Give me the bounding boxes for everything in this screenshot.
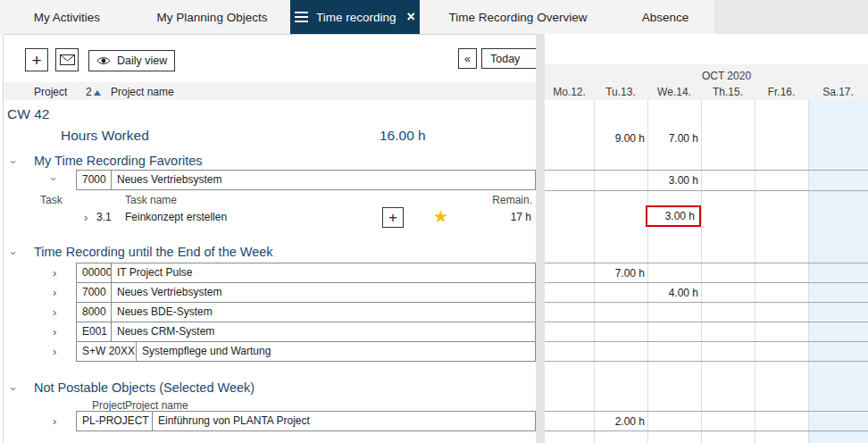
remain-column-header: Remain. <box>447 194 532 206</box>
not-postable-section-title: Not Postable Objects (Selected Week) <box>34 380 255 395</box>
today-label: Today <box>490 53 520 65</box>
tab-label: Time recording <box>316 11 396 24</box>
project-id-cell[interactable]: 7000 <box>76 170 112 190</box>
plus-icon: + <box>31 52 41 69</box>
collapse-week-recording-icon[interactable]: › <box>8 251 20 255</box>
hours-worked-label: Hours Worked <box>61 128 149 144</box>
eye-icon <box>96 55 111 66</box>
tab-label: Absence <box>642 11 689 24</box>
panel-splitter[interactable] <box>536 34 545 443</box>
day-header-mo12: Mo.12. <box>545 86 594 98</box>
column-divider <box>755 100 755 443</box>
previous-icon: « <box>464 53 471 65</box>
row-divider <box>545 170 868 171</box>
collapse-favorites-icon[interactable]: › <box>8 160 20 163</box>
pl-project-hours-tu13[interactable]: 2.00 h <box>594 412 645 431</box>
expand-row-icon[interactable]: › <box>53 415 56 427</box>
task-column-header: Task <box>40 194 63 206</box>
favorites-section-title: My Time Recording Favorites <box>34 154 203 168</box>
tab-bar: My Activities My Planning Objects Time r… <box>0 0 868 34</box>
project-name-cell[interactable]: Systempflege und Wartung <box>136 341 536 362</box>
panel-top-border <box>3 34 536 35</box>
sort-indicator[interactable]: 2 <box>86 86 101 98</box>
task-id: 3.1 <box>96 211 112 223</box>
week-recording-section-title: Time Recording until the End of the Week <box>34 245 273 259</box>
menu-icon[interactable] <box>295 12 308 23</box>
add-button[interactable]: + <box>25 48 48 71</box>
tab-time-recording[interactable]: Time recording × <box>290 0 420 34</box>
month-label: OCT 2020 <box>585 70 868 82</box>
hours-worked-we14: 7.00 h <box>647 129 698 148</box>
close-icon[interactable]: × <box>407 10 415 24</box>
tab-my-activities[interactable]: My Activities <box>0 0 134 34</box>
time-recording-window: My Activities My Planning Objects Time r… <box>0 0 868 443</box>
project-name-cell[interactable]: Neues BDE-System <box>111 302 536 322</box>
day-header-sa17: Sa.17. <box>808 86 868 98</box>
remaining-effort: 17 h <box>447 211 531 223</box>
task-name-column-header: Task name <box>125 194 177 206</box>
sort-asc-icon <box>94 90 101 96</box>
collapse-not-postable-icon[interactable]: › <box>8 387 20 390</box>
project-id-cell[interactable]: 7000 <box>76 282 112 303</box>
project-column-header: Project <box>92 399 125 412</box>
project-id-cell[interactable]: 000004 <box>76 263 112 283</box>
expand-task-icon[interactable]: › <box>84 212 88 223</box>
project-id-cell[interactable]: S+W 20XX <box>76 341 137 362</box>
tab-my-planning-objects[interactable]: My Planning Objects <box>134 0 290 34</box>
project-7000-hours-we14[interactable]: 3.00 h <box>647 171 698 190</box>
daily-view-button[interactable]: Daily view <box>88 50 175 71</box>
day-header-we14: We.14. <box>647 86 701 98</box>
hours-worked-total: 16.00 h <box>380 128 426 144</box>
expand-row-icon[interactable]: › <box>53 326 56 338</box>
row-divider <box>545 341 868 342</box>
project-name-cell[interactable]: Einführung von PLANTA Project <box>152 411 536 431</box>
expand-row-icon[interactable]: › <box>53 306 56 318</box>
previous-week-button[interactable]: « <box>458 48 477 69</box>
row-divider <box>545 190 868 191</box>
column-divider <box>647 100 648 443</box>
tab-label: My Activities <box>34 11 100 24</box>
calendar-pane: OCT 2020 Mo.12. Tu.13. We.14. Th.15. Fr.… <box>545 34 868 443</box>
add-booking-button[interactable]: + <box>382 207 404 228</box>
task-name: Feinkonzept erstellen <box>125 211 227 223</box>
row-divider <box>545 302 868 303</box>
project-id-cell[interactable]: E001 <box>76 322 112 342</box>
collapse-project-7000-icon[interactable]: › <box>48 177 60 180</box>
project-name-cell[interactable]: Neues Vertriebsystem <box>111 282 536 303</box>
tab-bar-filler <box>714 0 868 34</box>
row-divider <box>545 322 868 322</box>
project-7000-hours-we14[interactable]: 4.00 h <box>647 283 698 303</box>
project-name-cell[interactable]: Neues Vertriebsystem <box>111 170 536 190</box>
project-column-header: Project <box>34 86 67 98</box>
mail-button[interactable] <box>55 48 79 71</box>
project-name-cell[interactable]: IT Project Pulse <box>111 263 536 283</box>
sort-order-number: 2 <box>86 86 92 98</box>
project-id-cell[interactable]: 8000 <box>76 302 112 322</box>
column-divider <box>701 100 702 443</box>
tab-label: Time Recording Overview <box>449 11 588 24</box>
daily-view-label: Daily view <box>117 54 167 67</box>
row-divider <box>545 361 868 362</box>
mail-icon <box>60 54 75 65</box>
day-header-fr16: Fr.16. <box>755 86 808 98</box>
tab-absence[interactable]: Absence <box>616 0 714 34</box>
tab-time-recording-overview[interactable]: Time Recording Overview <box>420 0 616 34</box>
selected-time-entry-cell[interactable]: 3.00 h <box>646 205 701 227</box>
project-id-cell[interactable]: PL-PROJECT <box>76 411 153 431</box>
day-header-th15: Th.15. <box>701 86 755 98</box>
hours-worked-tu13: 9.00 h <box>594 129 645 148</box>
expand-row-icon[interactable]: › <box>53 287 56 298</box>
project-name-column-header: Project name <box>111 86 174 98</box>
day-header-tu13: Tu.13. <box>594 86 647 98</box>
project-000004-hours-tu13[interactable]: 7.00 h <box>594 263 645 283</box>
calendar-week-label: CW 42 <box>7 106 49 122</box>
project-name-cell[interactable]: Neues CRM-System <box>111 322 536 342</box>
expand-row-icon[interactable]: › <box>53 267 56 279</box>
tab-label: My Planning Objects <box>157 11 268 24</box>
grid-header-strip <box>4 82 536 100</box>
today-select[interactable]: Today <box>481 48 537 69</box>
column-divider <box>808 100 809 443</box>
project-name-column-header: Project name <box>125 399 188 412</box>
expand-row-icon[interactable]: › <box>53 346 56 357</box>
plus-icon: + <box>388 209 397 226</box>
